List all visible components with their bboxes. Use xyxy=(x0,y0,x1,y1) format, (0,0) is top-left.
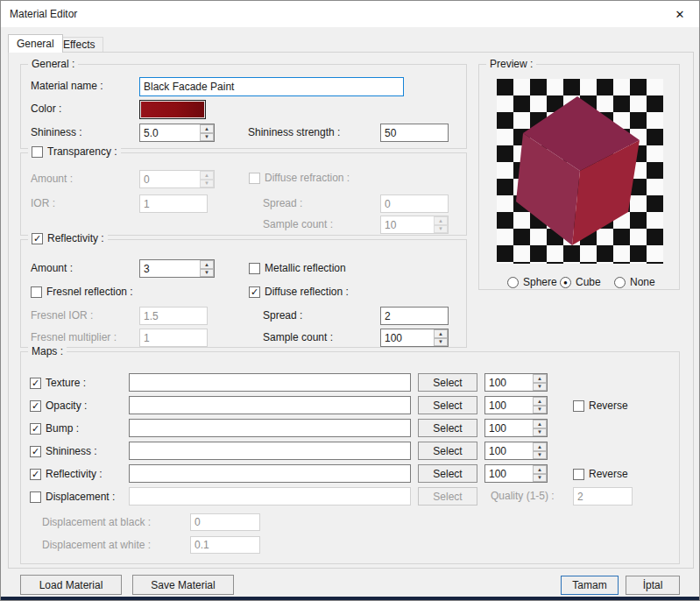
diffuse-reflection-label: Diffuse reflection : xyxy=(265,286,349,298)
quality-label: Quality (1-5) : xyxy=(491,487,555,506)
diffuse-refraction-checkbox[interactable] xyxy=(249,173,260,184)
ior-input[interactable] xyxy=(139,194,208,213)
bump-map-input[interactable] xyxy=(129,419,411,437)
spin-up-icon[interactable]: ▲ xyxy=(434,216,448,225)
spin-up-icon[interactable]: ▲ xyxy=(533,374,547,383)
save-material-button[interactable]: Save Material xyxy=(132,575,234,595)
spin-up-icon[interactable]: ▲ xyxy=(533,420,547,428)
reflectivity-amount-input[interactable] xyxy=(140,260,199,277)
fresnel-multiplier-input[interactable] xyxy=(139,329,208,347)
ior-label: IOR : xyxy=(31,194,55,213)
texture-map-checkbox[interactable]: ✓ xyxy=(30,378,41,389)
texture-map-label: Texture : xyxy=(46,377,86,389)
spin-down-icon[interactable]: ▼ xyxy=(533,428,547,437)
bump-map-checkbox[interactable]: ✓ xyxy=(30,423,41,435)
reflectivity-map-label: Reflectivity : xyxy=(46,468,103,480)
spin-down-icon[interactable]: ▼ xyxy=(533,406,547,414)
preview-none-radio[interactable] xyxy=(614,277,626,288)
opacity-map-checkbox[interactable]: ✓ xyxy=(30,400,41,412)
spin-up-icon[interactable]: ▲ xyxy=(200,171,214,180)
material-name-input[interactable] xyxy=(139,77,404,96)
preview-none-label: None xyxy=(630,276,655,288)
opacity-select-label: Select xyxy=(433,399,462,412)
opacity-select-button[interactable]: Select xyxy=(418,396,477,414)
preview-sphere-radio[interactable] xyxy=(507,277,519,288)
spin-down-icon[interactable]: ▼ xyxy=(434,338,448,347)
spin-down-icon[interactable]: ▼ xyxy=(200,133,214,142)
shininess-map-input[interactable] xyxy=(129,442,411,460)
material-name-label: Material name : xyxy=(31,77,103,95)
shininess-input[interactable] xyxy=(140,124,199,141)
opacity-map-input[interactable] xyxy=(129,396,411,414)
texture-select-button[interactable]: Select xyxy=(418,373,477,392)
shininess-select-button[interactable]: Select xyxy=(418,442,477,460)
shininess-spinner: ▲▼ xyxy=(139,124,215,142)
preview-cube-label: Cube xyxy=(576,276,601,288)
transparency-sample-count-label: Sample count : xyxy=(263,216,333,234)
shininess-map-checkbox[interactable]: ✓ xyxy=(30,446,41,457)
spin-up-icon[interactable]: ▲ xyxy=(200,124,214,133)
spin-up-icon[interactable]: ▲ xyxy=(533,397,547,406)
transparency-amount-spinner: ▲▼ xyxy=(139,170,215,188)
shininess-strength-input[interactable] xyxy=(380,124,449,142)
displacement-at-black-input[interactable] xyxy=(190,513,260,531)
reflectivity-map-checkbox[interactable]: ✓ xyxy=(30,469,41,480)
reflectivity-map-input[interactable] xyxy=(129,464,411,483)
transparency-amount-input[interactable] xyxy=(140,171,199,187)
fresnel-ior-input[interactable] xyxy=(139,307,208,325)
close-icon[interactable]: ✕ xyxy=(661,1,699,27)
spin-up-icon[interactable]: ▲ xyxy=(200,260,214,269)
transparency-checkbox[interactable] xyxy=(32,146,43,158)
displacement-at-white-input[interactable] xyxy=(190,536,260,554)
opacity-amount-input[interactable] xyxy=(485,397,532,414)
metallic-reflection-checkbox[interactable] xyxy=(249,263,260,274)
reflectivity-sample-count-input[interactable] xyxy=(381,329,433,346)
texture-map-input[interactable] xyxy=(129,373,411,392)
spin-down-icon[interactable]: ▼ xyxy=(200,269,214,278)
reflectivity-sample-count-label: Sample count : xyxy=(263,329,333,347)
transparency-spread-input[interactable] xyxy=(380,194,449,213)
spin-up-icon[interactable]: ▲ xyxy=(434,329,448,338)
diffuse-reflection-checkbox[interactable]: ✓ xyxy=(249,286,260,298)
reflectivity-spread-input[interactable] xyxy=(380,307,449,325)
opacity-reverse-checkbox[interactable] xyxy=(573,400,584,412)
spin-up-icon[interactable]: ▲ xyxy=(533,465,547,474)
shininess-map-label: Shininess : xyxy=(46,445,97,457)
quality-input[interactable] xyxy=(573,487,633,506)
reflectivity-group-label: Reflectivity : xyxy=(47,232,104,244)
preview-cube-render xyxy=(497,79,663,264)
ok-button-label: Tamam xyxy=(572,579,606,591)
load-material-button[interactable]: Load Material xyxy=(20,575,122,595)
displacement-map-checkbox[interactable] xyxy=(30,491,41,503)
bump-amount-input[interactable] xyxy=(485,420,532,436)
reflectivity-select-button[interactable]: Select xyxy=(418,464,477,483)
texture-amount-input[interactable] xyxy=(485,374,532,391)
cancel-button[interactable]: İptal xyxy=(626,576,680,595)
spin-down-icon[interactable]: ▼ xyxy=(434,225,448,234)
shininess-amount-input[interactable] xyxy=(485,442,532,459)
reflectivity-reverse-checkbox[interactable] xyxy=(573,469,584,480)
bump-select-button[interactable]: Select xyxy=(418,419,477,437)
preview-cube-radio[interactable]: ● xyxy=(560,277,571,288)
displacement-select-button[interactable]: Select xyxy=(418,487,477,506)
ok-button[interactable]: Tamam xyxy=(561,576,619,595)
reflectivity-checkbox[interactable]: ✓ xyxy=(32,233,43,244)
spin-down-icon[interactable]: ▼ xyxy=(200,180,214,188)
reflectivity-amount-map-input[interactable] xyxy=(485,465,532,482)
displacement-map-input[interactable] xyxy=(129,487,411,506)
spin-down-icon[interactable]: ▼ xyxy=(533,474,547,483)
tab-general[interactable]: General xyxy=(8,34,63,53)
spin-down-icon[interactable]: ▼ xyxy=(533,383,547,392)
reflectivity-amount-map-spinner: ▲▼ xyxy=(484,464,548,483)
spin-down-icon[interactable]: ▼ xyxy=(533,451,547,460)
spin-up-icon[interactable]: ▲ xyxy=(533,442,547,451)
transparency-spread-label: Spread : xyxy=(263,194,302,213)
shininess-label: Shininess : xyxy=(31,124,82,142)
maps-group-label: Maps : xyxy=(28,345,67,357)
fresnel-reflection-checkbox[interactable] xyxy=(31,286,42,298)
opacity-map-label: Opacity : xyxy=(46,399,87,412)
color-swatch[interactable] xyxy=(139,100,206,119)
window-bottom-edge xyxy=(1,597,699,600)
reflectivity-amount-label: Amount : xyxy=(31,259,73,278)
transparency-sample-count-input[interactable] xyxy=(381,216,433,233)
